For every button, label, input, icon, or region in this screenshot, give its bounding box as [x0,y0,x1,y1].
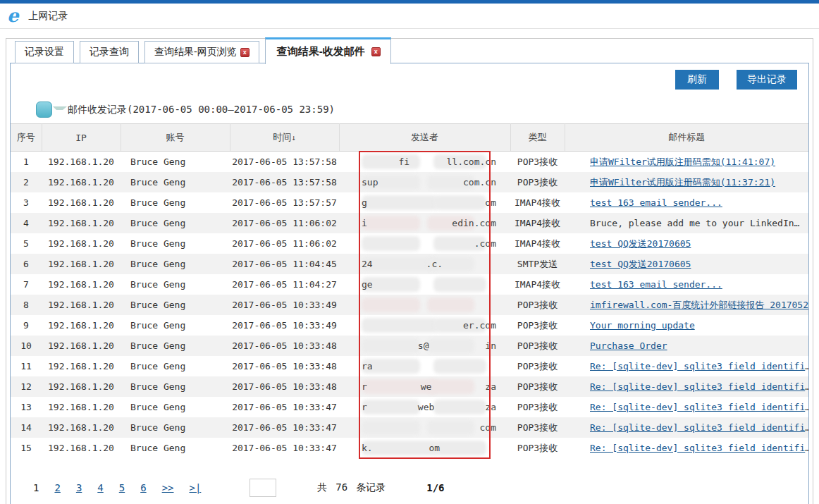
cell-ip: 192.168.1.20 [42,438,121,458]
blur-smudge [362,420,420,435]
subject-link[interactable]: test 163 email sender... [590,279,722,290]
next-pages-link[interactable]: >> [162,482,174,493]
cell-subject: Your morning update [565,315,808,336]
subject-truncation: … [805,402,808,412]
cell-ip: 192.168.1.20 [42,213,121,233]
redacted-sender: i edin.com [362,213,500,233]
table-row: 2 192.168.1.20 Bruce Geng 2017-06-05 13:… [11,172,808,192]
blur-smudge [433,441,486,455]
subject-link[interactable]: test QQ发送20170605 [590,238,691,249]
col-header-time[interactable]: 时间↓ [230,124,339,152]
subject-link[interactable]: test QQ发送20170605 [590,259,691,269]
page-link-3[interactable]: 3 [76,482,82,493]
cell-account: Bruce Geng [121,152,230,173]
cell-ip: 192.168.1.20 [42,233,121,254]
cell-ip: 192.168.1.20 [42,336,121,356]
page-link-6[interactable]: 6 [140,482,146,493]
cell-type: POP3接收 [510,417,565,438]
tab-content-panel: 刷新 导出记录 邮件收发记录(2017-06-05 00:00—2017-06-… [10,63,809,504]
redacted-sender: er.com [362,315,500,336]
cell-sender: sup com.cn [339,172,510,192]
tab-record-settings[interactable]: 记录设置 [15,41,74,63]
main-container: 记录设置 记录查询 查询结果-网页浏览 x 查询结果-收发邮件 x 刷新 导出记… [6,38,813,504]
redacted-sender: sup com.cn [362,172,500,192]
cell-type: IMAP4接收 [510,213,565,233]
last-page-link[interactable]: >| [189,482,201,493]
subject-link: Bruce, please add me to your LinkedIn [590,218,794,228]
subject-link[interactable]: Re: [sqlite-dev] sqlite3 field identifi [590,422,805,433]
subject-truncation: … [805,422,808,433]
cell-sender: r we za [339,376,510,397]
cell-type: IMAP4接收 [510,274,565,295]
page-jump-input[interactable] [250,479,276,497]
tab-label: 查询结果-收发邮件 [277,45,365,59]
table-row: 6 192.168.1.20 Bruce Geng 2017-06-05 11:… [11,254,808,274]
cell-account: Bruce Geng [121,274,230,295]
cell-subject: test QQ发送20170605 [565,254,808,274]
close-tab-icon[interactable]: x [371,47,381,56]
cell-no: 6 [11,254,42,274]
cell-time: 2017-06-05 11:04:45 [230,254,339,274]
blur-smudge [433,400,486,414]
subject-link[interactable]: Your morning update [590,320,695,331]
blur-smudge [362,400,420,414]
cell-type: IMAP4接收 [510,192,565,213]
cell-sender: g om [339,192,510,213]
cell-account: Bruce Geng [121,315,230,336]
cell-account: Bruce Geng [121,397,230,417]
tab-record-query[interactable]: 记录查询 [80,41,139,63]
blur-smudge [433,277,486,292]
close-tab-icon[interactable]: x [240,48,250,57]
cell-no: 12 [11,376,42,397]
page-link-4[interactable]: 4 [97,482,103,493]
subject-link[interactable]: Re: [sqlite-dev] sqlite3 field identifi [590,361,805,371]
cell-subject: Purchase Order [565,336,808,356]
cell-sender: ra [339,356,510,376]
subject-link[interactable]: Re: [sqlite-dev] sqlite3 field identifi [590,443,805,453]
cell-time: 2017-06-05 10:33:48 [230,376,339,397]
cell-type: POP3接收 [510,376,565,397]
subject-link[interactable]: 申请WFilter试用版注册码需知(11:41:07) [590,156,775,167]
table-body: 1 192.168.1.20 Bruce Geng 2017-06-05 13:… [11,152,808,459]
subject-link[interactable]: Re: [sqlite-dev] sqlite3 field identifi [590,381,805,392]
cell-no: 3 [11,192,42,213]
cell-type: POP3接收 [510,152,565,173]
cell-no: 14 [11,417,42,438]
cell-subject: Re: [sqlite-dev] sqlite3 field identifi… [565,397,808,417]
cell-sender: 24 .c. [339,254,510,274]
cell-time: 2017-06-05 13:57:57 [230,192,339,213]
table-row: 5 192.168.1.20 Bruce Geng 2017-06-05 11:… [11,233,808,254]
cell-time: 2017-06-05 10:33:47 [230,438,339,458]
cell-account: Bruce Geng [121,233,230,254]
refresh-button[interactable]: 刷新 [675,70,719,90]
table-row: 1 192.168.1.20 Bruce Geng 2017-06-05 13:… [11,152,808,173]
table-row: 12 192.168.1.20 Bruce Geng 2017-06-05 10… [11,376,808,397]
cell-no: 11 [11,356,42,376]
redacted-sender [362,295,500,315]
redacted-sender: r web za [362,397,500,417]
tab-query-result-mail[interactable]: 查询结果-收发邮件 x [265,37,391,64]
tab-query-result-web[interactable]: 查询结果-网页浏览 x [144,41,259,63]
page-link-2[interactable]: 2 [54,482,60,493]
subject-link[interactable]: test 163 email sender... [590,197,722,208]
subject-link[interactable]: Purchase Order [590,340,667,351]
total-count: 76 [335,481,347,494]
cell-account: Bruce Geng [121,376,230,397]
subject-link[interactable]: Re: [sqlite-dev] sqlite3 field identifi [590,402,805,412]
cell-ip: 192.168.1.20 [42,376,121,397]
cell-subject: Re: [sqlite-dev] sqlite3 field identifi… [565,417,808,438]
cell-no: 2 [11,172,42,192]
cell-sender: i edin.com [339,213,510,233]
cell-type: POP3接收 [510,295,565,315]
export-records-button[interactable]: 导出记录 [737,70,797,90]
blur-smudge [362,297,420,312]
redacted-sender: ge [362,274,500,295]
col-header-type: 类型 [510,124,565,152]
cell-account: Bruce Geng [121,336,230,356]
cell-ip: 192.168.1.20 [42,152,121,173]
subject-link[interactable]: imfirewall.com-百度统计外部链接报告 2017052 [590,300,808,310]
subject-link[interactable]: 申请WFilter试用版注册码需知(11:37:21) [590,177,775,188]
page-link-5[interactable]: 5 [119,482,125,493]
tab-label: 记录设置 [25,46,64,59]
redacted-sender: 24 .c. [362,254,500,274]
